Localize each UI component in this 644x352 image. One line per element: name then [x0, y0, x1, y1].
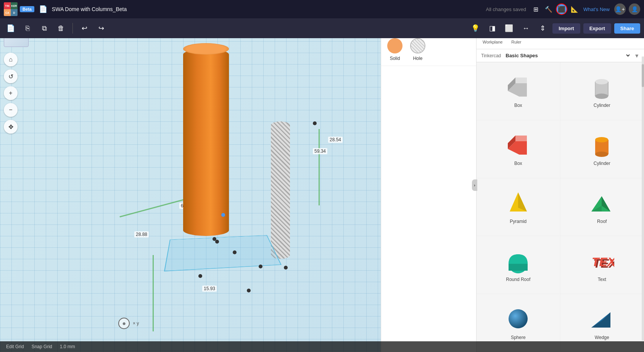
hammer-icon[interactable]: 🔨 [543, 3, 554, 15]
scrollbar-thumb[interactable] [642, 64, 644, 87]
scrollbar-track [642, 57, 644, 341]
solid-hole-row: Solid Hole [381, 34, 476, 66]
library-dropdown[interactable]: Basic Shapes [504, 52, 631, 59]
hole-option[interactable]: Hole [410, 38, 425, 61]
shape-label-pyramid-yellow: Pyramid [510, 219, 526, 224]
saved-status: All changes saved [486, 6, 526, 12]
group-icon[interactable]: ⬜ [502, 21, 516, 35]
shape-label-sphere-blue: Sphere [511, 335, 526, 340]
svg-marker-18 [515, 136, 527, 141]
thin-rod[interactable] [271, 121, 290, 259]
snap-dot-6 [215, 240, 219, 244]
home-button[interactable]: ⌂ [4, 53, 18, 66]
library-source-label: Tinkercad [481, 53, 501, 58]
view-mode-icons: ⊞ 🔨 ⬛ 📐 [530, 3, 580, 15]
solid-option[interactable]: Solid [387, 38, 402, 61]
ruler-label: Ruler [511, 40, 521, 44]
coord-label: × y [133, 321, 139, 326]
panel-expand-arrow[interactable]: › [472, 179, 477, 191]
shape-label-box-red: Box [514, 161, 522, 166]
library-select-row: Tinkercad Basic Shapes ▼ [477, 49, 644, 62]
user-icons: 👤+ 👤 [614, 3, 640, 15]
snap-dot-blue-1 [221, 213, 225, 217]
svg-point-12 [595, 79, 608, 84]
hide-icon[interactable]: ◨ [485, 21, 499, 35]
snap-value[interactable]: 1.0 mm [60, 344, 75, 349]
secondary-toolbar: 📄 ⎘ ⧉ 🗑 ↩ ↪ 💡 ◨ ⬜ ↔ ⇕ Import Export Shar… [0, 18, 644, 38]
solid-circle [387, 38, 402, 53]
undo-button[interactable]: ↩ [77, 21, 91, 35]
shape-cylinder-orange[interactable]: Cylinder [560, 120, 644, 178]
left-controls: ⌂ ↺ + − ✥ [4, 53, 18, 134]
grid-view-icon[interactable]: ⊞ [530, 3, 541, 15]
shape-box-gray[interactable]: Box [477, 62, 560, 120]
whats-new-link[interactable]: What's New [583, 6, 610, 12]
shape-thumb-cylinder-orange [589, 132, 615, 158]
main-cylinder[interactable] [183, 49, 229, 236]
shape-thumb-sphere-blue [505, 306, 531, 333]
duplicate-button[interactable]: ⧉ [37, 21, 51, 35]
add-user-icon[interactable]: 👤+ [614, 3, 626, 15]
dropdown-arrow: ▼ [634, 53, 639, 59]
light-icon[interactable]: 💡 [469, 21, 482, 35]
shape-thumb-cylinder-gray [589, 74, 615, 100]
shape-thumb-text-3d: TEXT TEXT [589, 248, 615, 274]
export-button[interactable]: Export [583, 23, 611, 34]
origin-circle: ⊕ [118, 318, 130, 329]
shape-thumb-roof-green [589, 190, 615, 216]
dim-label-4: 28.88 [134, 231, 149, 237]
3d-view-icon[interactable]: ⬛ [556, 3, 567, 15]
shape-box-red[interactable]: Box [477, 120, 560, 178]
rotate-button[interactable]: ↺ [4, 69, 18, 83]
selection-base[interactable] [164, 235, 282, 271]
shape-thumb-box-red [505, 132, 531, 158]
shape-thumb-wedge-navy [589, 306, 615, 333]
logo-cell-1: TIN [4, 2, 11, 9]
logo-cell-4: D [11, 9, 18, 16]
logo-area: TIN KER CA D Beta 📄 SWA Dome with Column… [0, 2, 130, 16]
shape-thumb-box-gray [505, 74, 531, 100]
shape-label-box-gray: Box [514, 103, 522, 108]
import-button[interactable]: Import [552, 23, 580, 34]
statusbar: Edit Grid Snap Grid 1.0 mm [0, 341, 644, 352]
doc-icon: 📄 [39, 5, 47, 13]
ruler-view-icon[interactable]: 📐 [569, 3, 580, 15]
snap-dot-5 [313, 121, 317, 125]
dim-label-2: 59.34 [313, 148, 327, 154]
snap-dot-7 [198, 274, 202, 278]
align-icon[interactable]: ↔ [519, 21, 533, 35]
shape-roof-green[interactable]: Roof [560, 178, 644, 236]
doc-title[interactable]: SWA Dome with Columns_Beta [52, 6, 127, 12]
dim-label-1: 28.54 [328, 137, 343, 143]
shape-panel: ▼ Shapes(2) 🔒 💡 Solid Hole [381, 18, 476, 352]
dim-label-5: 15.93 [202, 286, 217, 292]
solid-label: Solid [390, 56, 400, 61]
snap-dot-2 [233, 250, 237, 254]
logo-box[interactable]: TIN KER CA D [4, 2, 18, 16]
copy-button[interactable]: ⎘ [21, 21, 34, 35]
share-button[interactable]: Share [614, 23, 640, 34]
snap-dot-3 [259, 265, 262, 268]
snap-dot-8 [247, 289, 251, 292]
guide-line-2 [153, 255, 154, 331]
profile-icon[interactable]: 👤 [629, 3, 640, 15]
redo-button[interactable]: ↪ [94, 21, 108, 35]
guide-line-3 [319, 129, 320, 205]
shape-round-roof-teal[interactable]: Round Roof [477, 236, 560, 294]
shape-text-3d[interactable]: TEXT TEXT Text [560, 236, 644, 294]
toolbar-right: 💡 ◨ ⬜ ↔ ⇕ Import Export Share [469, 21, 640, 35]
shape-thumb-round-roof-teal [505, 248, 531, 274]
svg-point-20 [595, 137, 608, 142]
pan-button[interactable]: ✥ [4, 120, 18, 134]
zoom-in-button[interactable]: + [4, 86, 18, 100]
new-doc-button[interactable]: 📄 [4, 21, 18, 35]
shape-cylinder-gray[interactable]: Cylinder [560, 62, 644, 120]
shape-pyramid-yellow[interactable]: Pyramid [477, 178, 560, 236]
shape-label-cylinder-orange: Cylinder [594, 161, 610, 166]
svg-rect-30 [509, 264, 528, 271]
edit-grid-btn[interactable]: Edit Grid [6, 344, 24, 349]
mirror-icon[interactable]: ⇕ [536, 21, 549, 35]
zoom-out-button[interactable]: − [4, 103, 18, 117]
delete-button[interactable]: 🗑 [54, 21, 68, 35]
svg-text:TEXT: TEXT [592, 255, 614, 269]
